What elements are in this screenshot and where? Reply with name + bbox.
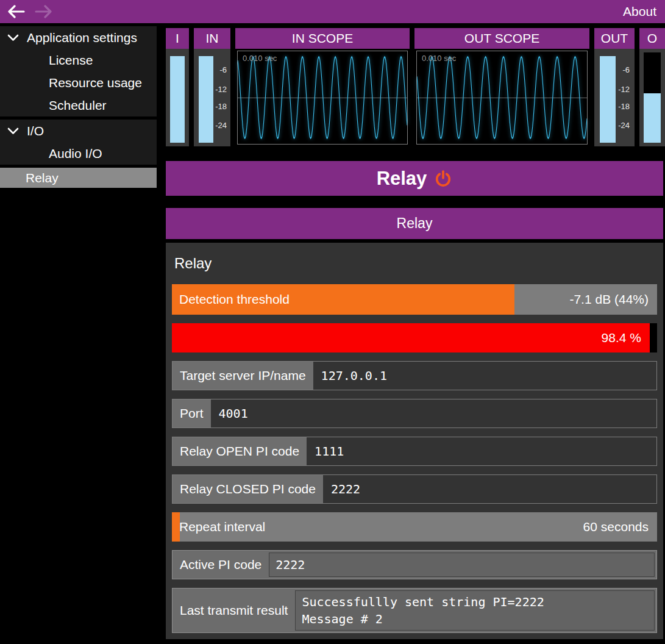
scale-label: -12 bbox=[618, 84, 630, 93]
scale-label: -6 bbox=[622, 65, 630, 74]
field-label: Relay CLOSED PI code bbox=[172, 475, 323, 503]
relay-banner-title: Relay bbox=[377, 168, 427, 190]
waveform bbox=[238, 51, 407, 144]
relay-closed-pi-input[interactable]: 2222 bbox=[323, 475, 656, 503]
panel-title: Relay bbox=[172, 251, 657, 276]
field-label: Relay OPEN PI code bbox=[172, 437, 307, 465]
result-line: Message # 2 bbox=[302, 610, 654, 628]
relay-panel: Relay Detection threshold -7.1 dB (44%) … bbox=[166, 243, 663, 639]
relay-closed-pi-field: Relay CLOSED PI code 2222 bbox=[172, 474, 657, 504]
back-icon[interactable] bbox=[6, 3, 27, 20]
oscilloscope: 0.010 sec bbox=[416, 51, 588, 145]
sidebar: Application settings License Resource us… bbox=[0, 23, 157, 644]
meter-header: IN bbox=[194, 28, 230, 49]
level-bar bbox=[170, 56, 185, 143]
last-transmit-result-value: Successfullly sent string PI=2222 Messag… bbox=[295, 590, 655, 631]
input-level-meter: 98.4 % bbox=[172, 323, 657, 352]
result-line: Successfullly sent string PI=2222 bbox=[302, 593, 654, 610]
scale-label: -18 bbox=[215, 102, 227, 111]
scope-header: IN SCOPE bbox=[235, 28, 410, 49]
target-server-input[interactable]: 127.0.0.1 bbox=[313, 362, 656, 390]
sidebar-item-label: Application settings bbox=[27, 30, 137, 45]
input-meter: IN -6 -12 -18 -24 bbox=[194, 28, 230, 146]
forward-icon[interactable] bbox=[33, 3, 54, 20]
scale-label: -24 bbox=[215, 120, 227, 129]
sidebar-item-resource-usage[interactable]: Resource usage bbox=[0, 71, 157, 94]
slider-label: Repeat interval bbox=[179, 512, 265, 542]
sidebar-item-label: I/O bbox=[27, 124, 44, 138]
detection-threshold-slider[interactable]: Detection threshold -7.1 dB (44%) bbox=[172, 284, 657, 315]
relay-section-header[interactable]: Relay bbox=[166, 208, 663, 239]
scope-time-label: 0.010 sec bbox=[422, 54, 456, 63]
sidebar-group-application-settings: Application settings License Resource us… bbox=[0, 26, 157, 116]
repeat-interval-slider[interactable]: Repeat interval 60 seconds bbox=[172, 512, 657, 542]
meter-header: OUT bbox=[594, 28, 635, 49]
field-label: Last transmit result bbox=[172, 589, 295, 632]
meter-header: O bbox=[639, 28, 665, 49]
level-fill bbox=[172, 323, 650, 352]
scope-header: OUT SCOPE bbox=[414, 28, 589, 49]
about-button[interactable]: About bbox=[623, 0, 656, 23]
field-label: Active PI code bbox=[172, 551, 269, 579]
sidebar-item-license[interactable]: License bbox=[0, 49, 157, 71]
input-left-meter: I bbox=[166, 28, 189, 146]
scale-label: -6 bbox=[219, 65, 227, 74]
sidebar-item-scheduler[interactable]: Scheduler bbox=[0, 94, 157, 116]
chevron-down-icon bbox=[7, 34, 21, 42]
relay-open-pi-field: Relay OPEN PI code 1111 bbox=[172, 437, 657, 466]
slider-value: -7.1 dB (44%) bbox=[569, 284, 649, 315]
active-pi-code-value: 2222 bbox=[269, 553, 655, 577]
level-bar bbox=[600, 56, 616, 143]
target-server-field: Target server IP/name 127.0.0.1 bbox=[172, 361, 657, 390]
slider-fill bbox=[172, 512, 180, 542]
meter-header: I bbox=[166, 28, 189, 49]
relay-power-button[interactable]: Relay bbox=[166, 161, 663, 196]
meter-strip: I IN -6 -12 -18 -24 IN SCOPE bbox=[166, 28, 665, 146]
sidebar-group-io: I/O Audio I/O bbox=[0, 120, 157, 165]
field-label: Port bbox=[172, 399, 211, 428]
scope-time-label: 0.010 sec bbox=[243, 54, 277, 63]
scale-label: -18 bbox=[618, 102, 630, 111]
sidebar-item-audio-io[interactable]: Audio I/O bbox=[0, 142, 157, 165]
level-value: 98.4 % bbox=[602, 323, 641, 352]
waveform bbox=[417, 51, 587, 144]
in-scope: IN SCOPE 0.010 sec bbox=[235, 28, 410, 146]
power-icon bbox=[434, 170, 452, 188]
oscilloscope: 0.010 sec bbox=[237, 51, 408, 145]
port-input[interactable]: 4001 bbox=[211, 399, 656, 428]
app-window: About Application settings License Resou… bbox=[0, 0, 665, 644]
level-bar bbox=[199, 56, 213, 143]
slider-label: Detection threshold bbox=[179, 284, 290, 315]
out-scope: OUT SCOPE 0.010 sec bbox=[414, 28, 589, 146]
output-right-meter: O bbox=[639, 28, 665, 146]
sidebar-item-relay[interactable]: Relay bbox=[0, 168, 157, 188]
scale-label: -24 bbox=[618, 120, 630, 129]
relay-open-pi-input[interactable]: 1111 bbox=[307, 437, 656, 465]
port-field: Port 4001 bbox=[172, 399, 657, 428]
sidebar-item-label: Scheduler bbox=[49, 98, 107, 113]
level-bar bbox=[644, 93, 661, 143]
sidebar-item-label: Relay bbox=[26, 171, 59, 185]
top-bar: About bbox=[0, 0, 665, 23]
last-transmit-result-field: Last transmit result Successfullly sent … bbox=[172, 588, 657, 633]
sidebar-item-label: Audio I/O bbox=[49, 146, 102, 161]
sidebar-item-io[interactable]: I/O bbox=[0, 120, 157, 142]
sidebar-item-label: License bbox=[49, 53, 93, 68]
scale-label: -12 bbox=[215, 84, 227, 93]
active-pi-code-field: Active PI code 2222 bbox=[172, 550, 657, 579]
sidebar-item-label: Resource usage bbox=[49, 76, 142, 90]
output-meter: OUT -6 -12 -18 -24 bbox=[594, 28, 635, 146]
slider-value: 60 seconds bbox=[583, 512, 649, 542]
chevron-down-icon bbox=[7, 127, 21, 135]
field-label: Target server IP/name bbox=[172, 362, 313, 390]
sidebar-item-application-settings[interactable]: Application settings bbox=[0, 26, 157, 49]
